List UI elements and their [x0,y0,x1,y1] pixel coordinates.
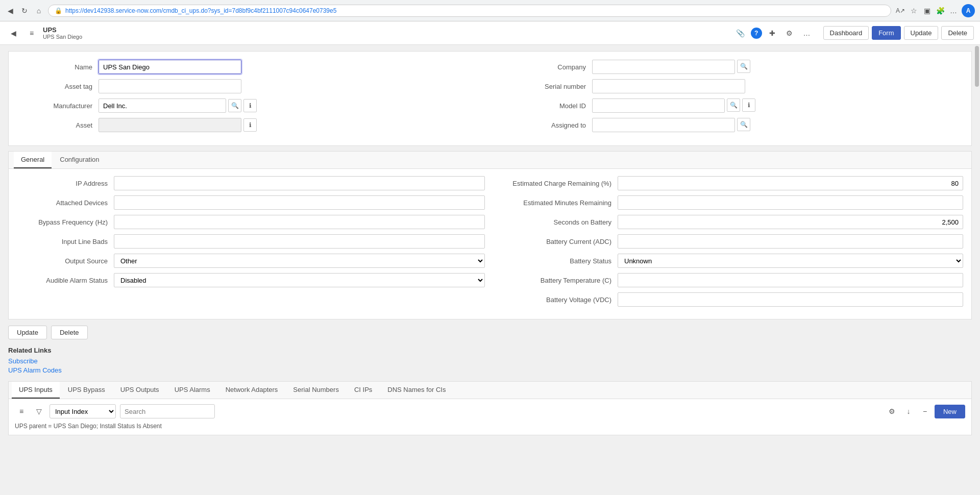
tab-general[interactable]: General [14,152,52,168]
bottom-tab-dns-names[interactable]: DNS Names for CIs [380,382,453,399]
toolbar-index-select[interactable]: Input Index Input ID Input Frequency Inp… [50,404,116,418]
toolbar-menu-button[interactable]: ≡ [15,405,28,418]
battery-status-select[interactable]: Unknown Normal Low Depleted Not Installe… [618,254,963,268]
asset-input[interactable] [99,118,241,132]
audible-alarm-select[interactable]: Disabled Enabled Muted Disabled Until Lo… [114,273,485,287]
model-id-label: Model ID [500,102,592,110]
toolbar-settings-button[interactable]: ⚙ [886,405,899,418]
form-top-section: Name Asset tag Manufacturer 🔍 ℹ As [8,51,972,146]
lock-icon: 🔒 [55,7,62,14]
settings-button[interactable]: ⚙ [782,26,797,40]
manufacturer-input[interactable] [99,98,226,113]
dashboard-button[interactable]: Dashboard [823,26,869,40]
serial-number-label: Serial number [500,83,592,90]
seconds-on-battery-row: Seconds on Battery [495,215,963,229]
battery-voltage-label: Battery Voltage (VDC) [495,296,618,304]
asset-info-button[interactable]: ℹ [243,118,257,132]
ip-address-row: IP Address [17,176,485,190]
manufacturer-field-group: 🔍 ℹ [99,98,257,113]
update-header-button[interactable]: Update [904,26,939,40]
bottom-tab-serial-numbers[interactable]: Serial Numbers [286,382,346,399]
bottom-tab-ups-bypass[interactable]: UPS Bypass [61,382,112,399]
toolbar-filter-button[interactable]: ▽ [32,405,45,418]
delete-button[interactable]: Delete [51,326,88,339]
menu-button[interactable]: ≡ [24,26,39,40]
collections-button[interactable]: ▣ [922,6,932,16]
battery-voltage-input[interactable] [618,292,963,307]
output-source-label: Output Source [17,257,114,265]
help-button[interactable]: ? [751,28,762,39]
name-input[interactable] [99,60,241,74]
more-options-button[interactable]: … [800,26,814,40]
toolbar-search-input[interactable] [120,404,215,418]
output-source-select[interactable]: Other None Normal Bypass Battery Booster… [114,254,485,268]
seconds-on-battery-label: Seconds on Battery [495,218,618,226]
address-bar[interactable]: 🔒 https://dev142938.service-now.com/cmdb… [48,5,891,17]
battery-temperature-input[interactable] [618,273,963,287]
audible-alarm-row: Audible Alarm Status Disabled Enabled Mu… [17,273,485,287]
bypass-frequency-label: Bypass Frequency (Hz) [17,218,114,226]
read-aloud-button[interactable]: A↗ [895,6,905,16]
new-button[interactable]: New [935,405,965,418]
estimated-minutes-input[interactable] [618,195,963,210]
company-input[interactable] [592,60,735,74]
bottom-tab-ci-ips[interactable]: CI IPs [347,382,379,399]
estimated-minutes-label: Estimated Minutes Remaining [495,199,618,207]
favorites-button[interactable]: ☆ [909,6,919,16]
bottom-tab-ups-alarms[interactable]: UPS Alarms [167,382,217,399]
input-line-bads-input[interactable] [114,234,485,249]
assigned-to-search-button[interactable]: 🔍 [737,118,750,131]
scrollbar-thumb[interactable] [975,46,979,87]
asset-tag-input[interactable] [99,79,241,93]
subscribe-link[interactable]: Subscribe [8,357,972,365]
more-button[interactable]: … [948,6,959,16]
bottom-tab-ups-outputs[interactable]: UPS Outputs [113,382,166,399]
name-field-row: Name [17,60,480,74]
tab-two-col: IP Address Attached Devices Bypass Frequ… [17,176,963,312]
battery-current-row: Battery Current (ADC) [495,234,963,249]
browser-chrome: ◀ ↻ ⌂ 🔒 https://dev142938.service-now.co… [0,0,980,21]
update-button[interactable]: Update [8,326,47,339]
bottom-filter-text: UPS parent = UPS San Diego; Install Stat… [15,423,965,430]
bottom-tab-content: ≡ ▽ Input Index Input ID Input Frequency… [9,399,971,435]
refresh-button[interactable]: ↻ [19,6,30,16]
serial-number-input[interactable] [592,79,745,93]
bottom-tab-ups-inputs[interactable]: UPS Inputs [12,382,60,399]
add-button[interactable]: ✚ [765,26,779,40]
assigned-to-input[interactable] [592,118,735,132]
ups-alarm-codes-link[interactable]: UPS Alarm Codes [8,366,972,374]
tab-col-right: Estimated Charge Remaining (%) Estimated… [495,176,963,312]
toolbar-minus-button[interactable]: − [918,405,932,418]
model-id-info-button[interactable]: ℹ [742,98,755,112]
company-search-button[interactable]: 🔍 [737,60,750,73]
battery-voltage-row: Battery Voltage (VDC) [495,292,963,307]
asset-field-row: Asset ℹ [17,118,480,132]
app-header: ◀ ≡ UPS UPS San Diego 📎 ? ✚ ⚙ … Dashboar… [0,21,980,45]
form-button[interactable]: Form [872,26,900,40]
battery-temperature-label: Battery Temperature (C) [495,277,618,284]
model-id-input[interactable] [592,98,725,113]
attached-devices-input[interactable] [114,195,485,210]
manufacturer-search-button[interactable]: 🔍 [228,99,241,112]
manufacturer-info-button[interactable]: ℹ [243,99,257,112]
bypass-frequency-input[interactable] [114,215,485,229]
attachment-button[interactable]: 📎 [733,26,748,40]
extensions-button[interactable]: 🧩 [935,6,945,16]
estimated-charge-input[interactable] [618,176,963,190]
input-line-bads-row: Input Line Bads [17,234,485,249]
scrollbar[interactable] [974,45,980,495]
form-right-col: Company 🔍 Serial number Model ID 🔍 ℹ [500,60,963,137]
model-id-search-button[interactable]: 🔍 [727,98,740,112]
back-nav-button[interactable]: ◀ [6,26,20,40]
back-button[interactable]: ◀ [5,6,15,16]
home-button[interactable]: ⌂ [34,6,44,16]
tabs-header: General Configuration [9,152,971,169]
ip-address-input[interactable] [114,176,485,190]
toolbar-download-button[interactable]: ↓ [902,405,915,418]
bottom-tab-network-adapters[interactable]: Network Adapters [218,382,285,399]
delete-header-button[interactable]: Delete [941,26,974,40]
battery-current-input[interactable] [618,234,963,249]
tab-configuration[interactable]: Configuration [53,152,106,168]
company-field-row: Company 🔍 [500,60,963,74]
seconds-on-battery-input[interactable] [618,215,963,229]
